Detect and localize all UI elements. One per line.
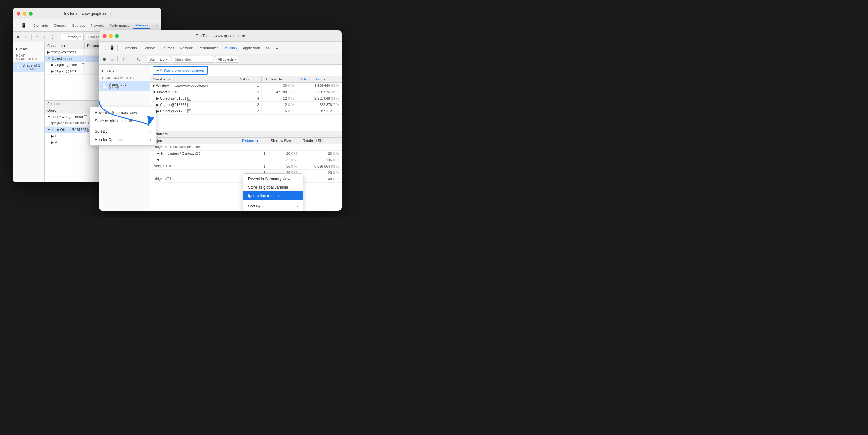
snapshot-name-1: Snapshot 1	[22, 63, 40, 67]
tab-settings-2[interactable]: ⚙	[274, 44, 281, 51]
stop-icon-2[interactable]: ⊘	[109, 57, 115, 62]
td-name: ▶ Object @296567 □	[45, 62, 85, 68]
th-shallow-2: Shallow Size	[262, 76, 297, 82]
tab-dots-2[interactable]: ⋮	[282, 44, 290, 51]
menu-reveal-summary-1[interactable]: Reveal in Summary view	[90, 108, 156, 117]
th-sh-2: Shallow Size	[268, 137, 300, 144]
context-menu-1: Reveal in Summary view Store as global v…	[89, 107, 156, 146]
menu-item-label: Header Options	[95, 137, 122, 142]
td-shallow: 12 0 %	[262, 95, 297, 101]
minimize-button-2[interactable]	[109, 34, 113, 38]
maximize-button-2[interactable]	[115, 34, 119, 38]
menu-sort-by-1[interactable]: Sort By ›	[90, 127, 156, 136]
tab-elements-2[interactable]: Elements	[120, 45, 139, 51]
td-name: ▶ Object @181801 □	[45, 68, 85, 74]
snapshot-info-1: Snapshot 1 13.6 MB	[22, 63, 40, 71]
tab-sources-1[interactable]: Sources	[70, 22, 87, 29]
download-icon-2[interactable]: ↓	[128, 57, 134, 62]
allobjects-label-2: All objects	[218, 57, 234, 61]
window-controls-2	[103, 34, 119, 38]
collect-icon-2[interactable]: ⬡	[136, 57, 142, 62]
tab-console-2[interactable]: Console	[141, 45, 157, 51]
nav-toolbar-1: ⬚ 📱 Elements Console Sources Network Per…	[13, 20, 161, 32]
th-constructor-1: Constructor	[45, 42, 85, 49]
summary-dropdown-2[interactable]: Summary ▾	[147, 56, 170, 63]
device-icon[interactable]: 📱	[21, 23, 26, 28]
record-icon-1[interactable]: ⏺	[15, 34, 21, 40]
submenu-arrow-icon: ›	[297, 205, 298, 208]
inspector-icon-2[interactable]: ⬚	[101, 45, 107, 51]
menu-sep-2	[243, 201, 303, 201]
snapshot-item-2[interactable]: 📄 Snapshot 1 9.3 MB	[99, 81, 150, 91]
menu-header-options-1[interactable]: Header Options ›	[90, 136, 156, 144]
menu-sep-1	[90, 126, 156, 126]
constructor-header-2: Constructor Distance Shallow Size Retain…	[150, 76, 342, 83]
tab-more-1[interactable]: >>	[152, 22, 160, 29]
table-row[interactable]: ,qddgKe,sTsL... 1 36 0 % 8 626 664 93 %	[150, 163, 342, 170]
table-row[interactable]: ,qddgKe,sTsDMc,dtl0nd,eHDfl:992	[150, 144, 342, 151]
table-row[interactable]: ▼ 2 32 0 % 136 0 %	[150, 157, 342, 163]
tab-elements-1[interactable]: Elements	[31, 22, 50, 29]
menu-reveal-summary-2[interactable]: Reveal in Summary view	[243, 175, 303, 183]
collect-icon-1[interactable]: ⬡	[50, 34, 55, 40]
menu-header-options-2[interactable]: Header Options ›	[243, 210, 303, 211]
tab-application-2[interactable]: Application	[241, 45, 262, 51]
summary-dropdown-1[interactable]: Summary ▾	[61, 34, 84, 40]
divider-b	[118, 57, 118, 62]
snapshot-icon-1: 📄	[16, 65, 21, 69]
menu-sort-by-2[interactable]: Sort By ›	[243, 202, 303, 210]
snapshot-item-1[interactable]: 📄 Snapshot 1 13.6 MB	[13, 62, 44, 72]
download-icon-1[interactable]: ↓	[42, 34, 48, 40]
snapshot-info-2: Snapshot 1 9.3 MB	[108, 82, 126, 90]
td-shallow: 36 0 %	[262, 83, 297, 89]
tab-memory-2[interactable]: Memory	[222, 44, 239, 51]
menu-item-label: Store as global variable	[95, 119, 135, 123]
table-row[interactable]: ▶ Object @461651 □ 4 12 0 % 2 251 048 24…	[150, 95, 342, 102]
heap-snapshots-title-1: HEAP SNAPSHOTS	[13, 52, 44, 62]
tab-more-2[interactable]: >>	[264, 45, 272, 51]
tab-sources-2[interactable]: Sources	[159, 45, 176, 51]
close-button-2[interactable]	[103, 34, 106, 38]
td-r: 136 0 %	[300, 157, 342, 163]
device-icon-2[interactable]: 📱	[109, 45, 115, 51]
tab-console-1[interactable]: Console	[52, 22, 68, 29]
td-shallow: 12 0 %	[262, 102, 297, 108]
sidebar-profiles-1[interactable]: Profiles	[13, 45, 44, 52]
menu-global-var-1[interactable]: Store as global variable	[90, 117, 156, 125]
tab-memory-1[interactable]: Memory	[133, 22, 150, 29]
minimize-button-1[interactable]	[23, 12, 27, 15]
th-constructor-2: Constructor	[150, 76, 236, 82]
stop-icon-1[interactable]: ⊘	[23, 34, 29, 40]
upload-icon-1[interactable]: ↑	[34, 34, 40, 40]
record-icon-2[interactable]: ⏺	[101, 57, 107, 62]
close-button-1[interactable]	[17, 12, 21, 15]
td-name: ▼ Object x2899	[45, 56, 85, 62]
tab-network-1[interactable]: Network	[89, 22, 106, 29]
inspector-icon[interactable]: ⬚	[15, 23, 19, 28]
tab-performance-1[interactable]: Performance	[107, 22, 131, 29]
table-row[interactable]: ▶ Window / https://www.google.com 1 36 0…	[150, 83, 342, 89]
tab-performance-2[interactable]: Performance	[197, 45, 221, 51]
td-name: ▼ Object x1782	[150, 89, 236, 95]
table-row[interactable]: ▶ Object @216867 □ 2 12 0 % 622 376 7 %	[150, 102, 342, 108]
tab-network-2[interactable]: Network	[178, 45, 195, 51]
td-s: 36 0 %	[268, 163, 300, 169]
table-row[interactable]: ▶ Object @241763 □ 2 16 0 % 87 112 1 %	[150, 108, 342, 115]
restore-bar[interactable]: ≡✕ Restore ignored retainers	[153, 66, 208, 75]
titlebar-1: DevTools - www.google.com/	[13, 8, 161, 20]
class-filter-2[interactable]	[172, 56, 213, 63]
upload-icon-2[interactable]: ↑	[120, 57, 126, 62]
allobjects-dropdown-2[interactable]: All objects ▾	[215, 56, 239, 63]
maximize-button-1[interactable]	[29, 12, 33, 15]
table-row[interactable]: ▼ b in custom / Context @2 3 20 0 % 20 0…	[150, 151, 342, 157]
th-retained-2[interactable]: Retained Size ▼	[297, 76, 342, 82]
td-name: ▶ Object @461651 □	[150, 95, 236, 101]
menu-global-var-2[interactable]: Store as global variable	[243, 183, 303, 191]
menu-ignore-retainer[interactable]: Ignore this retainer	[243, 191, 303, 200]
snapshot-size-2: 9.3 MB	[109, 86, 126, 90]
table-row[interactable]: ▼ Object x1782 2 47 188 1 % 3 580 576 39…	[150, 89, 342, 95]
restore-label: Restore ignored retainers	[164, 69, 204, 72]
td-shallow: 16 0 %	[262, 108, 297, 114]
sidebar-profiles-2[interactable]: Profiles	[99, 68, 150, 74]
td-obj	[150, 170, 240, 176]
